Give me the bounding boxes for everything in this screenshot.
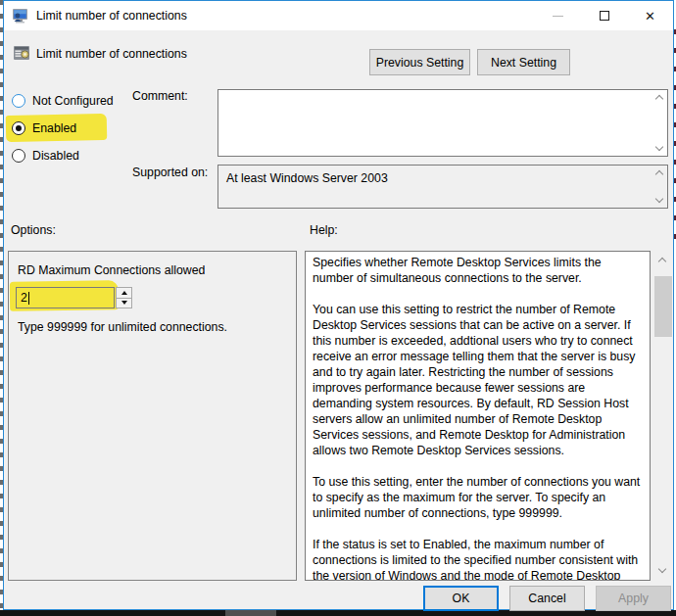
supported-on-label: Supported on: [132,166,208,179]
help-textbox[interactable]: Specifies whether Remote Desktop Service… [305,251,651,581]
maximize-button[interactable] [581,1,627,30]
next-setting-button[interactable]: Next Setting [477,49,570,75]
setting-name: Limit number of connections [36,47,187,61]
help-paragraph: Specifies whether Remote Desktop Service… [313,255,644,286]
close-button[interactable]: ✕ [627,1,673,30]
policy-setting-icon [13,44,30,62]
scroll-down-icon[interactable] [659,566,666,573]
maximize-icon [600,11,609,21]
spinner-up-button[interactable] [116,287,132,299]
scroll-up-icon[interactable] [659,257,666,263]
unlimited-hint-text: Type 999999 for unlimited connections. [18,320,227,334]
spinner-value: 2 [21,291,27,305]
help-scrollbar[interactable] [654,251,672,581]
radio-circle-selected-icon [12,121,25,135]
help-section-label: Help: [310,223,338,237]
radio-not-configured[interactable]: Not Configured [12,93,114,109]
radio-enabled[interactable]: Enabled [12,120,76,136]
help-paragraph: To use this setting, enter the number of… [313,474,644,521]
radio-circle-icon [12,94,25,108]
arrow-up-icon [121,291,127,295]
apply-button: Apply [596,586,671,611]
radio-disabled[interactable]: Disabled [12,148,79,164]
supported-on-value: At least Windows Server 2003 [226,171,388,185]
previous-setting-button[interactable]: Previous Setting [369,49,470,75]
max-connections-spinner[interactable]: 2 [16,287,132,308]
window-controls: ✕ [535,1,673,30]
arrow-down-icon [121,301,127,305]
comment-textbox[interactable] [217,89,668,157]
options-section-label: Options: [11,223,56,237]
help-paragraph: If the status is set to Enabled, the max… [313,537,644,581]
help-paragraph: You can use this setting to restrict the… [313,302,644,458]
supported-on-textbox: At least Windows Server 2003 [217,165,668,209]
radio-label: Disabled [32,149,79,163]
scrollbar-thumb[interactable] [654,276,672,337]
text-cursor [28,292,29,305]
minimize-icon [553,16,563,17]
screenshot-root: { "window": { "title": "Limit number of … [0,0,676,616]
scroll-down-icon[interactable] [656,196,663,203]
scroll-down-icon[interactable] [656,144,663,151]
radio-label: Not Configured [32,94,114,108]
minimize-button[interactable] [535,1,581,30]
comment-label: Comment: [132,89,188,103]
radio-label: Enabled [32,121,76,135]
taskbar-segment [225,610,276,616]
ok-button[interactable]: OK [423,586,499,611]
spinner-down-button[interactable] [116,299,132,309]
scroll-up-icon[interactable] [656,94,663,101]
spinner-buttons [116,287,132,308]
spinner-value-field[interactable]: 2 [16,287,115,308]
radio-circle-icon [12,149,25,163]
close-icon: ✕ [645,10,655,23]
max-connections-label: RD Maximum Connections allowed [18,263,205,277]
title-bar[interactable]: Limit number of connections ✕ [4,1,673,30]
options-panel: RD Maximum Connections allowed 2 Type 99… [8,251,297,581]
policy-setting-dialog: Limit number of connections ✕ Limit numb… [3,0,674,610]
window-title: Limit number of connections [36,9,187,23]
cancel-button[interactable]: Cancel [509,586,585,611]
scroll-up-icon[interactable] [656,169,663,176]
remote-desktop-icon [12,7,29,24]
